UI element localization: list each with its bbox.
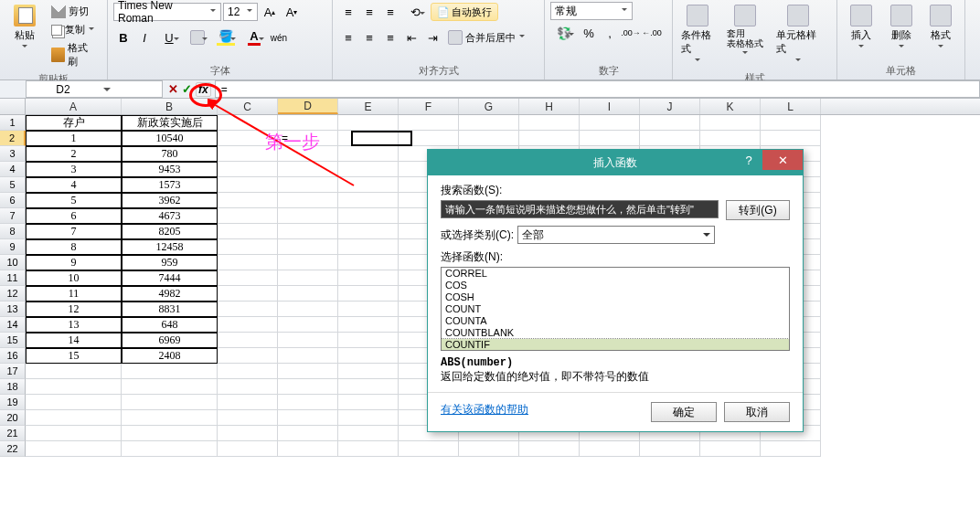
cell-E8[interactable] <box>338 224 399 239</box>
cell-E16[interactable] <box>338 348 399 364</box>
cell-C15[interactable] <box>218 333 278 348</box>
align-middle-button[interactable]: ≡ <box>359 2 379 22</box>
cell-B8[interactable]: 8205 <box>122 224 218 239</box>
cell-D20[interactable] <box>278 410 338 426</box>
row-header-16[interactable]: 16 <box>0 348 26 364</box>
cell-styles-button[interactable]: 单元格样式 <box>773 2 823 69</box>
cell-C10[interactable] <box>218 255 278 270</box>
align-center-button[interactable]: ≡ <box>359 27 379 48</box>
cell-E17[interactable] <box>338 364 399 379</box>
cell-D22[interactable] <box>278 441 338 457</box>
cell-B13[interactable]: 8831 <box>122 302 218 317</box>
border-button[interactable] <box>184 27 211 48</box>
cell-D19[interactable] <box>278 395 338 410</box>
comma-button[interactable]: , <box>600 23 620 43</box>
cell-C16[interactable] <box>218 348 278 364</box>
cell-J2[interactable] <box>640 131 700 146</box>
font-name-combo[interactable]: Times New Roman <box>113 3 221 21</box>
wrap-text-button[interactable]: 📄自动换行 <box>431 3 498 21</box>
dialog-titlebar[interactable]: 插入函数 ? ✕ <box>428 150 803 175</box>
cell-E11[interactable] <box>338 270 399 286</box>
cell-A19[interactable] <box>26 395 122 410</box>
row-header-9[interactable]: 9 <box>0 239 26 255</box>
row-header-3[interactable]: 3 <box>0 146 26 162</box>
number-format-combo[interactable]: 常规 <box>550 2 633 20</box>
cell-H22[interactable] <box>519 441 580 457</box>
accounting-button[interactable]: 💱 <box>550 23 578 43</box>
cell-D10[interactable] <box>278 255 338 270</box>
font-size-combo[interactable]: 12 <box>223 3 258 21</box>
cell-E10[interactable] <box>338 255 399 270</box>
cell-D13[interactable] <box>278 302 338 317</box>
cell-B16[interactable]: 2408 <box>122 348 218 364</box>
cell-D8[interactable] <box>278 224 338 239</box>
cell-C2[interactable] <box>218 131 278 146</box>
cell-C17[interactable] <box>218 364 278 379</box>
cell-A18[interactable] <box>26 379 122 395</box>
insert-function-button[interactable]: fx <box>196 82 211 97</box>
cell-E13[interactable] <box>338 302 399 317</box>
column-header-I[interactable]: I <box>580 99 640 114</box>
select-all-corner[interactable] <box>0 99 26 114</box>
shrink-font-button[interactable]: A▾ <box>282 2 302 22</box>
cell-B4[interactable]: 9453 <box>122 162 218 177</box>
name-box[interactable] <box>26 80 163 98</box>
function-item-countif[interactable]: COUNTIF <box>442 339 789 351</box>
cell-B12[interactable]: 4982 <box>122 286 218 302</box>
inc-decimal-button[interactable]: .00→ <box>621 23 641 43</box>
column-header-E[interactable]: E <box>338 99 399 114</box>
cell-B20[interactable] <box>122 410 218 426</box>
accept-formula-icon[interactable]: ✓ <box>182 82 192 96</box>
row-header-10[interactable]: 10 <box>0 255 26 270</box>
cell-I22[interactable] <box>580 441 640 457</box>
cell-B18[interactable] <box>122 379 218 395</box>
cell-A17[interactable] <box>26 364 122 379</box>
row-header-17[interactable]: 17 <box>0 364 26 379</box>
function-listbox[interactable]: CORRELCOSCOSHCOUNTCOUNTACOUNTBLANKCOUNTI… <box>441 267 790 351</box>
dialog-close-button[interactable]: ✕ <box>762 150 803 170</box>
cell-A5[interactable]: 4 <box>26 177 122 193</box>
cell-C18[interactable] <box>218 379 278 395</box>
cond-format-button[interactable]: 条件格式 <box>678 2 717 69</box>
cut-button[interactable]: 剪切 <box>48 2 101 20</box>
cell-A11[interactable]: 10 <box>26 270 122 286</box>
dialog-help-button[interactable]: ? <box>735 150 762 170</box>
cell-I1[interactable] <box>580 115 640 131</box>
cell-E19[interactable] <box>338 395 399 410</box>
column-header-G[interactable]: G <box>459 99 519 114</box>
cell-E14[interactable] <box>338 317 399 333</box>
cell-B5[interactable]: 1573 <box>122 177 218 193</box>
ok-button[interactable]: 确定 <box>651 402 717 422</box>
cell-E4[interactable] <box>338 162 399 177</box>
align-left-button[interactable]: ≡ <box>338 27 358 48</box>
cell-A15[interactable]: 14 <box>26 333 122 348</box>
cell-D6[interactable] <box>278 193 338 208</box>
cell-C21[interactable] <box>218 426 278 441</box>
cell-B6[interactable]: 3962 <box>122 193 218 208</box>
cell-A12[interactable]: 11 <box>26 286 122 302</box>
cell-I2[interactable] <box>580 131 640 146</box>
row-header-7[interactable]: 7 <box>0 208 26 224</box>
column-header-B[interactable]: B <box>122 99 218 114</box>
function-item-cos[interactable]: COS <box>442 280 789 291</box>
go-button[interactable]: 转到(G) <box>726 200 790 220</box>
indent-dec-button[interactable]: ⇤ <box>401 27 421 48</box>
category-select[interactable]: 全部 <box>517 226 715 244</box>
cell-E21[interactable] <box>338 426 399 441</box>
merge-center-button[interactable]: 合并后居中 <box>444 28 529 47</box>
cell-E3[interactable] <box>338 146 399 162</box>
cell-J22[interactable] <box>640 441 700 457</box>
percent-button[interactable]: % <box>579 23 599 43</box>
align-bottom-button[interactable]: ≡ <box>380 2 400 22</box>
cell-B17[interactable] <box>122 364 218 379</box>
cell-F2[interactable] <box>399 131 459 146</box>
row-header-2[interactable]: 2 <box>0 131 26 146</box>
cell-C3[interactable] <box>218 146 278 162</box>
table-format-button[interactable]: 套用 表格格式 <box>720 2 770 62</box>
align-right-button[interactable]: ≡ <box>380 27 400 48</box>
cell-H2[interactable] <box>519 131 580 146</box>
cell-D18[interactable] <box>278 379 338 395</box>
function-item-countblank[interactable]: COUNTBLANK <box>442 327 789 339</box>
cell-B15[interactable]: 6969 <box>122 333 218 348</box>
cell-E15[interactable] <box>338 333 399 348</box>
